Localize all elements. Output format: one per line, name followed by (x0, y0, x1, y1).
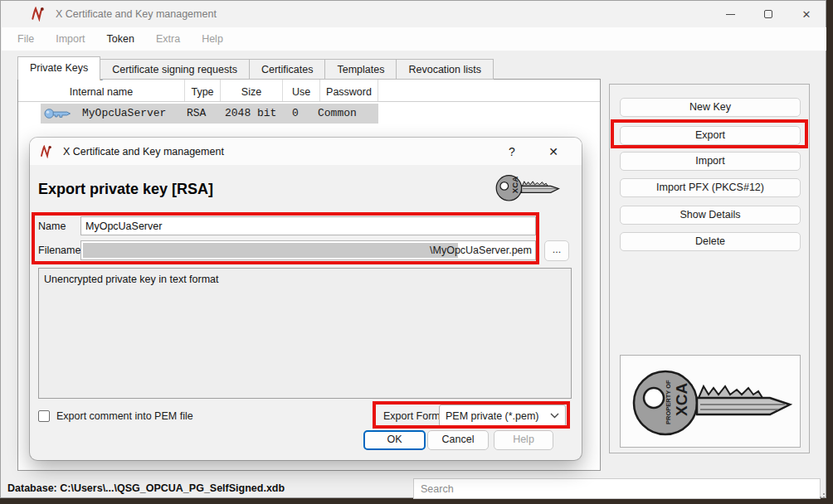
filename-label: Filename (38, 245, 80, 256)
export-format-dropdown[interactable]: PEM private (*.pem) (439, 405, 566, 427)
title-bar: X Certificate and Key management ✕ (1, 1, 826, 27)
row-type: RSA (187, 107, 206, 119)
format-description-box: Unencrypted private key in text format (38, 268, 572, 399)
export-format-value: PEM private (*.pem) (446, 410, 550, 422)
tab-bar: Private Keys Certificate signing request… (17, 56, 494, 80)
close-icon: ✕ (802, 9, 811, 20)
window-title: X Certificate and Key management (56, 8, 217, 20)
column-use[interactable]: Use (283, 80, 320, 101)
filename-input[interactable]: \MyOpcUaServer.pem (80, 240, 536, 260)
xca-app-logo-icon (38, 145, 53, 158)
name-input[interactable] (80, 216, 536, 235)
key-logo-text-line2: XCA (673, 383, 690, 416)
database-path-text: Database: C:\Users\...\QSG_OPCUA_PG_Self… (7, 482, 285, 494)
help-button: Help (494, 430, 553, 450)
name-label: Name (38, 220, 66, 232)
table-header: ˆ Internal name Type Size Use Password (18, 80, 600, 102)
dialog-heading: Export private key [RSA] (38, 181, 213, 198)
minimize-icon (726, 14, 735, 15)
dialog-help-button[interactable]: ? (494, 138, 530, 165)
table-row-myopcuaserver[interactable]: MyOpcUaServer RSA 2048 bit 0 Common (41, 104, 378, 124)
sort-asc-icon: ˆ (100, 79, 103, 88)
row-internal-name: MyOpcUaServer (82, 107, 166, 119)
help-icon: ? (509, 145, 515, 158)
export-comment-checkbox[interactable] (38, 410, 50, 422)
delete-button[interactable]: Delete (620, 232, 801, 251)
row-password: Common (318, 107, 357, 119)
side-panel: New Key Export Import Import PFX (PKCS#1… (609, 84, 810, 453)
column-password[interactable]: Password (320, 80, 378, 101)
row-size: 2048 bit (225, 107, 276, 119)
tab-private-keys[interactable]: Private Keys (17, 56, 100, 80)
menu-import: Import (45, 33, 95, 45)
import-button[interactable]: Import (620, 152, 801, 171)
minimize-button[interactable] (711, 1, 749, 27)
resize-grip[interactable] (817, 492, 825, 498)
column-size[interactable]: Size (221, 80, 283, 101)
filename-value: \MyOpcUaServer.pem (430, 245, 532, 256)
maximize-icon (764, 10, 772, 18)
tab-certificate-signing-requests[interactable]: Certificate signing requests (100, 59, 250, 80)
main-window: X Certificate and Key management ✕ File … (0, 0, 826, 498)
menu-file: File (7, 33, 45, 45)
chevron-down-icon (550, 413, 559, 419)
dialog-close-button[interactable]: ✕ (533, 138, 573, 165)
export-button[interactable]: Export (620, 126, 801, 145)
redacted-path-block (83, 243, 458, 258)
dialog-title-bar: X Certificate and Key management ? ✕ (30, 138, 582, 165)
menu-extra: Extra (145, 33, 191, 45)
key-logo-text-line1: PROPERTY OF (665, 380, 672, 424)
export-comment-label: Export comment into PEM file (56, 410, 193, 422)
xca-logo-box: PROPERTY OF XCA (620, 355, 801, 448)
menu-token[interactable]: Token (96, 33, 145, 45)
xca-app-logo-icon (29, 7, 46, 22)
tab-templates[interactable]: Templates (324, 59, 397, 80)
browse-button[interactable]: ... (544, 240, 569, 261)
maximize-button[interactable] (749, 1, 787, 27)
new-key-button[interactable]: New Key (620, 98, 801, 117)
close-button[interactable]: ✕ (787, 1, 826, 27)
dialog-title: X Certificate and Key management (63, 146, 224, 158)
tab-revocation-lists[interactable]: Revocation lists (396, 59, 494, 80)
cancel-button[interactable]: Cancel (427, 430, 489, 450)
key-icon (44, 107, 72, 120)
window-controls: ✕ (711, 1, 826, 27)
column-type[interactable]: Type (185, 80, 221, 101)
menu-bar: File Import Token Extra Help (2, 27, 826, 51)
close-icon: ✕ (548, 145, 558, 158)
dialog-key-text: XCA (510, 177, 519, 193)
tab-certificates[interactable]: Certificates (249, 59, 326, 80)
search-input[interactable] (413, 478, 821, 499)
column-internal-name[interactable]: ˆ Internal name (18, 80, 185, 101)
dialog-key-icon: XCA (494, 171, 560, 204)
ok-button[interactable]: OK (363, 430, 426, 450)
row-use: 0 (292, 107, 299, 119)
xca-key-logo-icon: PROPERTY OF XCA (627, 361, 793, 441)
show-details-button[interactable]: Show Details (620, 206, 801, 225)
import-pfx-button[interactable]: Import PFX (PKCS#12) (620, 178, 801, 197)
export-private-key-dialog: X Certificate and Key management ? ✕ Exp… (30, 138, 582, 460)
menu-help: Help (191, 33, 234, 45)
